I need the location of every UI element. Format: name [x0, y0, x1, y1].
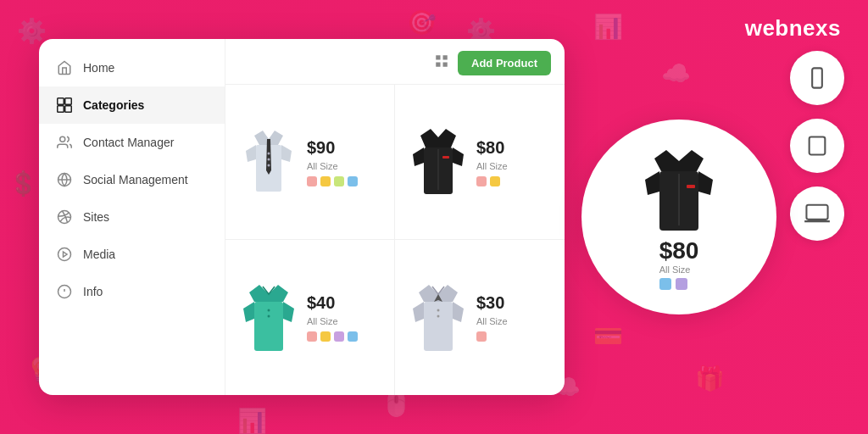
product-item-1[interactable]: $90 All Size [225, 85, 395, 240]
product-colors-3 [307, 331, 358, 342]
phone-device-icon [790, 51, 844, 105]
color-dot [307, 176, 317, 186]
brand-logo: webnexs [745, 15, 841, 42]
laptop-device-icon [790, 186, 844, 241]
product-popup-circle: $80 All Size [581, 120, 776, 314]
svg-rect-14 [443, 55, 448, 59]
sidebar-label-media: Media [83, 248, 115, 261]
product-colors-1 [307, 176, 358, 186]
sites-icon [56, 209, 73, 225]
products-grid: $90 All Size [225, 85, 565, 395]
color-dot [476, 331, 487, 342]
product-image-4 [409, 280, 468, 356]
svg-rect-16 [443, 63, 448, 67]
product-size-3: All Size [307, 316, 358, 326]
popup-product-image [641, 144, 717, 237]
content-header: Add Product [225, 39, 565, 85]
product-image-3 [239, 280, 298, 356]
color-dot [476, 176, 487, 186]
popup-color-dot [659, 278, 671, 290]
media-icon [56, 246, 73, 263]
sidebar-item-media[interactable]: Media [39, 236, 225, 273]
color-dot [307, 331, 317, 342]
sidebar-label-contact-manager: Contact Manager [83, 136, 174, 149]
social-icon [56, 171, 73, 188]
color-dot [320, 331, 331, 342]
grid-view-button[interactable] [434, 53, 449, 73]
product-colors-4 [476, 331, 508, 342]
svg-rect-35 [810, 137, 826, 155]
svg-point-28 [437, 309, 440, 311]
categories-icon [56, 97, 73, 114]
sidebar-item-home[interactable]: Home [39, 49, 225, 86]
sidebar-label-home: Home [83, 61, 114, 75]
sidebar-label-social-management: Social Management [83, 173, 188, 186]
main-card: Home Categories Contact Manager Social M… [39, 39, 565, 395]
product-item-2[interactable]: $80 All Size [395, 85, 565, 240]
popup-color-dot [676, 278, 687, 290]
devices-panel [790, 51, 844, 241]
home-icon [56, 59, 73, 76]
sidebar-item-social-management[interactable]: Social Management [39, 161, 225, 198]
svg-point-8 [58, 248, 71, 261]
svg-rect-13 [436, 55, 440, 59]
product-item-3[interactable]: $40 All Size [225, 240, 395, 395]
sidebar-item-contact-manager[interactable]: Contact Manager [39, 124, 225, 161]
product-price-2: $80 [476, 138, 508, 158]
sidebar-label-categories: Categories [83, 98, 144, 112]
contact-icon [56, 134, 73, 151]
sidebar-item-categories[interactable]: Categories [39, 86, 225, 124]
svg-point-26 [268, 314, 270, 317]
product-price-1: $90 [307, 138, 358, 158]
svg-rect-2 [58, 106, 64, 113]
svg-marker-9 [64, 252, 68, 257]
sidebar-label-info: Info [83, 285, 103, 298]
svg-rect-3 [65, 106, 72, 113]
color-dot [320, 176, 331, 186]
sidebar-item-info[interactable]: Info [39, 273, 225, 310]
color-dot [348, 331, 358, 342]
svg-point-4 [60, 136, 65, 142]
sidebar: Home Categories Contact Manager Social M… [39, 39, 225, 395]
color-dot [490, 176, 500, 186]
product-item-4[interactable]: $30 All Size [395, 240, 565, 395]
product-size-4: All Size [476, 316, 508, 326]
svg-rect-1 [65, 98, 72, 105]
product-info-4: $30 All Size [476, 293, 508, 342]
product-info-1: $90 All Size [307, 138, 358, 186]
svg-rect-0 [58, 98, 64, 105]
svg-point-20 [268, 164, 270, 167]
svg-rect-31 [687, 185, 695, 188]
product-size-2: All Size [476, 161, 508, 171]
product-price-3: $40 [307, 293, 358, 313]
svg-rect-22 [442, 156, 449, 159]
product-info-3: $40 All Size [307, 293, 358, 342]
info-icon [56, 283, 73, 300]
add-product-button[interactable]: Add Product [458, 51, 551, 75]
content-area: Add Product [225, 39, 565, 395]
product-colors-2 [476, 176, 508, 186]
product-size-1: All Size [307, 161, 358, 171]
color-dot [348, 176, 358, 186]
sidebar-label-sites: Sites [83, 210, 109, 224]
product-price-4: $30 [476, 293, 508, 313]
svg-point-29 [437, 314, 440, 317]
svg-point-19 [268, 159, 270, 161]
popup-colors [659, 278, 687, 290]
product-image-1 [239, 124, 298, 200]
svg-point-18 [268, 153, 270, 155]
sidebar-item-sites[interactable]: Sites [39, 198, 225, 236]
color-dot [334, 331, 344, 342]
svg-rect-15 [436, 63, 440, 67]
popup-price: $80 [659, 237, 699, 264]
svg-rect-37 [806, 205, 827, 220]
svg-point-25 [268, 309, 270, 311]
popup-size: All Size [659, 264, 691, 275]
color-dot [334, 176, 344, 186]
tablet-device-icon [790, 119, 844, 173]
product-info-2: $80 All Size [476, 138, 508, 186]
product-image-2 [409, 124, 468, 200]
svg-rect-33 [812, 68, 822, 87]
